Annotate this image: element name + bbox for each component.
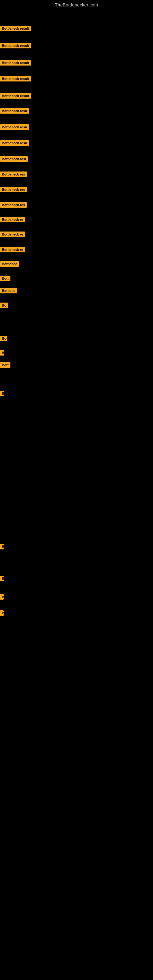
- bottleneck-badge-row: Bottleneck re: [0, 217, 25, 224]
- bottleneck-result-badge[interactable]: Bottleneck result: [0, 43, 31, 48]
- bottleneck-badge-row: Bottleneck resu: [0, 140, 29, 147]
- bottleneck-badge-row: B: [0, 391, 4, 398]
- bottleneck-result-badge[interactable]: Bottleneck res: [0, 172, 27, 177]
- bottleneck-result-badge[interactable]: B: [0, 391, 4, 396]
- bottleneck-result-badge[interactable]: Bo: [0, 336, 7, 341]
- bottleneck-result-badge[interactable]: Bottleneck result: [0, 93, 31, 99]
- bottleneck-result-badge[interactable]: Bottleneck result: [0, 26, 31, 31]
- bottleneck-badge-row: Bottleneck result: [0, 43, 31, 49]
- bottleneck-result-badge[interactable]: Bottleneck resi: [0, 156, 28, 162]
- bottleneck-result-badge[interactable]: Bottleneck resu: [0, 124, 29, 130]
- bottleneck-badge-row: B: [0, 594, 4, 601]
- bottleneck-badge-row: Bottleneck result: [0, 76, 31, 83]
- bottleneck-badge-row: B: [0, 610, 4, 617]
- bottleneck-badge-row: Bottleneck resi: [0, 156, 28, 163]
- bottleneck-badge-row: Bottleneck resu: [0, 124, 29, 131]
- bottleneck-badge-row: Bottleneck re: [0, 232, 25, 238]
- bottleneck-badge-row: B: [0, 350, 4, 357]
- bottleneck-badge-row: Bottleneck res: [0, 172, 27, 178]
- bottleneck-badge-row: Bo: [0, 336, 7, 342]
- bottleneck-result-badge[interactable]: Bo: [0, 302, 8, 308]
- bottleneck-result-badge[interactable]: Bottleneck re: [0, 217, 25, 222]
- bottleneck-result-badge[interactable]: B: [0, 594, 4, 600]
- bottleneck-result-badge[interactable]: Bottleneck result: [0, 60, 31, 65]
- bottleneck-badge-row: Bo: [0, 302, 8, 309]
- bottleneck-badge-row: Bott: [0, 362, 10, 369]
- bottleneck-badge-row: Bott: [0, 275, 10, 282]
- bottleneck-result-badge[interactable]: Bott: [0, 362, 10, 368]
- bottleneck-result-badge[interactable]: B: [0, 544, 4, 549]
- bottleneck-result-badge[interactable]: B: [0, 576, 4, 581]
- bottleneck-badge-row: Bottleneck result: [0, 93, 31, 100]
- bottleneck-result-badge[interactable]: Bottleneck re: [0, 247, 25, 252]
- bottleneck-result-badge[interactable]: Bottleneck res: [0, 202, 27, 208]
- bottleneck-result-badge[interactable]: Bottleneck resu: [0, 108, 29, 114]
- bottleneck-result-badge[interactable]: Bottlenec: [0, 261, 19, 267]
- bottleneck-badge-row: B: [0, 576, 4, 582]
- bottleneck-badge-row: Bottleneck res: [0, 187, 27, 194]
- bottleneck-result-badge[interactable]: B: [0, 350, 4, 356]
- bottleneck-result-badge[interactable]: Bottleneck resu: [0, 140, 29, 146]
- bottleneck-badge-row: Bottleneck resu: [0, 108, 29, 115]
- site-title: TheBottlenecker.com: [0, 0, 153, 9]
- bottleneck-badge-row: B: [0, 544, 4, 550]
- bottleneck-badge-row: Bottlenec: [0, 261, 19, 268]
- bottleneck-badge-row: Bottleneck result: [0, 26, 31, 32]
- bottleneck-result-badge[interactable]: Bottleneck result: [0, 76, 31, 81]
- bottleneck-badge-row: Bottleneck re: [0, 247, 25, 254]
- bottleneck-badge-row: Bottlene: [0, 288, 17, 294]
- bottleneck-badge-row: Bottleneck result: [0, 60, 31, 67]
- bottleneck-badge-row: Bottleneck res: [0, 202, 27, 209]
- bottleneck-result-badge[interactable]: Bottlene: [0, 288, 17, 293]
- bottleneck-result-badge[interactable]: Bott: [0, 275, 10, 281]
- bottleneck-result-badge[interactable]: Bottleneck res: [0, 187, 27, 192]
- bottleneck-result-badge[interactable]: B: [0, 610, 4, 616]
- bottleneck-result-badge[interactable]: Bottleneck re: [0, 232, 25, 237]
